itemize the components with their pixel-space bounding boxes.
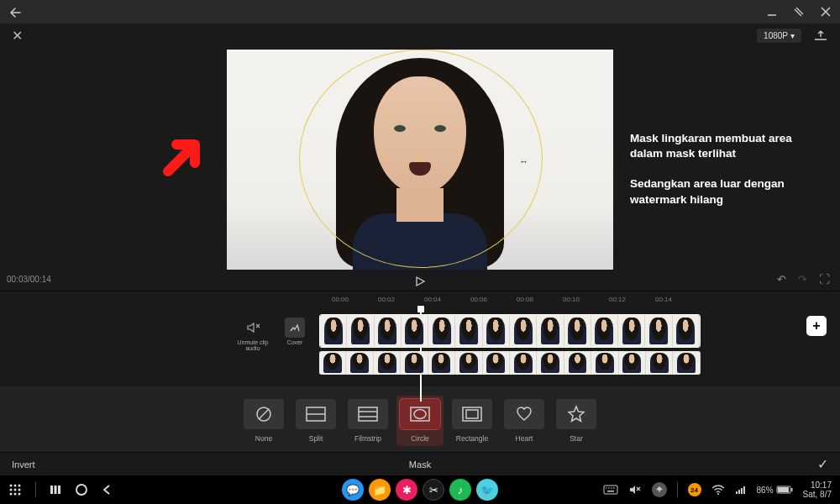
mask-circle[interactable]: Circle — [396, 396, 444, 446]
app-gallery-icon[interactable]: ✱ — [396, 479, 417, 501]
chevron-down-icon: ▾ — [790, 31, 795, 40]
panel-title: Mask — [409, 459, 431, 470]
svg-point-7 — [414, 410, 426, 419]
apps-grid-icon[interactable] — [8, 483, 22, 496]
redo-button[interactable]: ↷ — [798, 273, 807, 286]
svg-rect-36 — [791, 488, 793, 491]
location-icon[interactable] — [652, 482, 667, 497]
mask-split[interactable]: Split — [296, 399, 336, 443]
svg-point-15 — [18, 489, 21, 491]
svg-point-29 — [717, 493, 719, 495]
svg-rect-21 — [58, 486, 60, 494]
svg-rect-9 — [466, 410, 478, 418]
svg-point-18 — [18, 493, 21, 496]
svg-rect-3 — [359, 407, 377, 421]
mask-rectangle[interactable]: Rectangle — [452, 399, 492, 443]
cover-button[interactable]: Cover — [277, 318, 312, 345]
clock[interactable]: 10:17 Sat, 8/7 — [803, 480, 832, 499]
add-media-button[interactable]: + — [806, 316, 827, 336]
resolution-button[interactable]: 1080P ▾ — [757, 29, 801, 43]
app-spotify-icon[interactable]: ♪ — [449, 479, 471, 501]
app-files-icon[interactable]: 📁 — [369, 479, 391, 501]
recents-icon[interactable] — [50, 484, 61, 496]
svg-point-25 — [608, 487, 610, 489]
svg-point-27 — [613, 487, 615, 489]
wifi-icon[interactable] — [711, 485, 725, 495]
svg-rect-35 — [778, 487, 789, 492]
app-capcut-icon[interactable]: ✂ — [423, 479, 444, 501]
close-window-icon[interactable] — [820, 6, 832, 18]
svg-point-16 — [10, 493, 13, 496]
svg-point-22 — [76, 485, 87, 495]
mask-none[interactable]: None — [244, 399, 284, 443]
battery-icon — [776, 486, 793, 494]
volume-mute-icon[interactable] — [628, 484, 642, 496]
keyboard-icon[interactable] — [603, 485, 618, 495]
svg-point-11 — [14, 485, 17, 487]
svg-point-17 — [14, 493, 17, 496]
video-clip-overlay[interactable] — [319, 351, 701, 375]
svg-point-26 — [611, 487, 612, 489]
undo-button[interactable]: ↶ — [777, 273, 786, 286]
svg-rect-19 — [50, 486, 53, 494]
svg-point-24 — [606, 487, 607, 489]
invert-button[interactable]: Invert — [12, 459, 35, 470]
unmute-audio-button[interactable]: Unmute clip audio — [235, 318, 270, 351]
battery-percent: 86% — [757, 486, 774, 495]
back-icon[interactable] — [8, 6, 20, 18]
svg-rect-28 — [607, 491, 614, 492]
signal-icon[interactable] — [735, 485, 747, 495]
svg-rect-20 — [55, 486, 57, 494]
svg-rect-31 — [738, 490, 740, 494]
svg-rect-33 — [743, 486, 745, 494]
svg-rect-32 — [741, 488, 743, 494]
svg-point-12 — [18, 485, 21, 487]
notification-badge[interactable]: 24 — [688, 483, 701, 496]
fullscreen-button[interactable]: ⛶ — [819, 273, 830, 286]
resolution-label: 1080P — [764, 31, 788, 40]
mask-star[interactable]: Star — [556, 399, 596, 443]
app-browser-icon[interactable]: 🐦 — [476, 479, 498, 501]
svg-point-14 — [14, 489, 17, 491]
svg-point-13 — [10, 489, 13, 491]
restore-icon[interactable] — [793, 6, 805, 18]
nav-back-icon[interactable] — [102, 484, 113, 496]
annotation-arrow-icon — [160, 129, 210, 180]
svg-point-10 — [10, 485, 13, 487]
home-icon[interactable] — [75, 483, 88, 496]
close-editor-button[interactable]: ✕ — [12, 28, 23, 44]
app-messages-icon[interactable]: 💬 — [342, 479, 364, 501]
minimize-icon[interactable] — [766, 6, 778, 18]
video-clip-main[interactable]: + Add ending — [319, 314, 701, 348]
mask-filmstrip[interactable]: Filmstrip — [348, 399, 388, 443]
resize-horizontal-icon[interactable]: ↔ — [519, 156, 528, 166]
svg-rect-23 — [604, 486, 617, 494]
play-button[interactable] — [414, 276, 426, 287]
annotation-text: Mask lingkaran membuat area dalam mask t… — [630, 131, 815, 223]
mask-heart[interactable]: Heart — [504, 399, 544, 443]
mask-center-handle[interactable] — [417, 155, 424, 162]
svg-rect-30 — [736, 491, 738, 494]
confirm-button[interactable]: ✓ — [817, 456, 828, 472]
export-button[interactable] — [813, 29, 828, 41]
video-preview[interactable]: ↔ — [227, 50, 613, 270]
